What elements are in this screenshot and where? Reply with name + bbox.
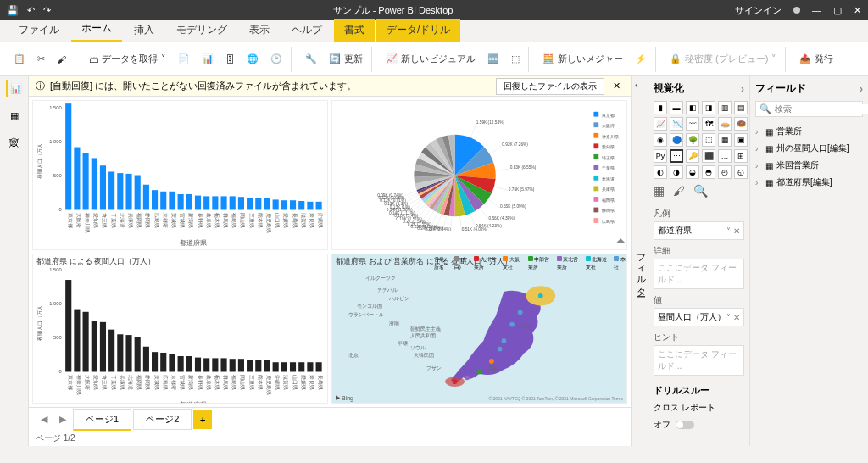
viz-map[interactable]: 都道府県 および 営業所名 による 昼間人口（万人） 営業所名 (空白) 九州営… [331,254,627,404]
tab-insert[interactable]: 挿入 [124,19,164,42]
viz-type-22[interactable]: ⋯ [670,149,683,163]
show-recovered-button[interactable]: 回復したファイルの表示 [496,78,604,95]
viz-type-26[interactable]: ⊞ [734,149,748,163]
redo-icon[interactable]: ↷ [43,5,51,16]
viz-type-17[interactable]: ⬚ [702,133,715,147]
field-table[interactable]: ›▦都道府県[編集] [755,176,863,188]
search-input[interactable] [775,104,868,114]
tab-format[interactable]: 書式 [334,19,375,42]
chevron-right-icon[interactable]: › [741,83,744,95]
sql-icon[interactable]: 🗄 [222,52,238,67]
user-avatar[interactable] [793,7,800,14]
tab-file[interactable]: ファイル [8,19,70,42]
svg-point-218 [502,338,507,343]
viz-type-11[interactable]: 🥧 [718,117,732,131]
undo-icon[interactable]: ↶ [27,5,35,16]
add-page-button[interactable]: + [193,410,212,429]
view-rail: 📊 ▦ 🕸 [0,76,29,446]
minimize-button[interactable]: — [812,5,821,15]
getdata-button[interactable]: 🗃 データを取得 ˅ [86,50,170,68]
field-table[interactable]: ›▦米国営業所 [755,159,863,171]
viz-bar-night[interactable]: 都道府県 による 夜間人口（万人） 05001,0001,500夜間人口（万人）… [32,254,328,404]
sensitivity-button[interactable]: 🔒 秘密度 (プレビュー) ˅ [666,50,780,68]
newvisual-button[interactable]: 📈 新しいビジュアル [382,50,479,68]
field-table[interactable]: ›▦営業所 [755,126,863,137]
filters-pane-collapsed[interactable]: フィルター [631,76,648,446]
viz-type-29[interactable]: ◑ [670,165,683,179]
filters-label: フィルター [637,248,647,292]
model-view-icon[interactable]: 🕸 [6,134,23,151]
tab-help[interactable]: ヘルプ [281,19,332,42]
viz-type-24[interactable]: ⬛ [702,149,715,163]
quick-measure-icon[interactable]: ⚡ [632,51,650,67]
viz-type-9[interactable]: 〰 [686,117,699,131]
viz-type-18[interactable]: ▦ [718,133,732,147]
viz-type-25[interactable]: … [718,149,732,163]
viz-type-4[interactable]: ▥ [718,101,732,114]
textbox-icon[interactable]: 🔤 [484,51,503,67]
fields-search[interactable]: 🔍 [755,101,863,117]
fields-tab-icon[interactable]: ▦ [654,184,665,198]
viz-bar-daytime[interactable]: 05001,0001,500昼間人口（万人）東京都大阪府神奈川県愛知県埼玉県千葉… [32,100,328,250]
dataverse-icon[interactable]: 🌐 [243,51,262,67]
value-label: 値 [654,294,744,306]
viz-type-1[interactable]: ▬ [670,101,683,114]
more-visuals-icon[interactable]: ⬚ [508,51,523,67]
maximize-button[interactable]: ▢ [833,5,842,16]
legend-well[interactable]: 都道府県˅ ✕ [654,221,744,240]
viz-type-7[interactable]: 📈 [654,117,667,131]
copy-icon[interactable]: 🖌 [53,52,70,67]
close-button[interactable]: ✕ [854,5,861,16]
newmeasure-button[interactable]: 🧮 新しいメジャー [539,50,626,68]
data-view-icon[interactable]: ▦ [6,107,23,124]
viz-pie[interactable]: 1.59K (12.53%)0.92K (7.26%)0.83K (6.55%)… [331,100,627,250]
viz-type-16[interactable]: 🌳 [686,133,699,147]
viz-type-30[interactable]: ◒ [686,165,699,179]
paste-button[interactable]: 📋 [10,51,29,67]
cross-report-toggle[interactable]: オフ [654,419,744,431]
value-well[interactable]: 昼間人口（万人）˅ ✕ [654,308,744,326]
refresh-button[interactable]: 🔄 更新 [326,50,366,68]
viz-type-3[interactable]: ◨ [702,101,715,114]
viz-type-23[interactable]: 🔑 [686,149,699,163]
viz-type-14[interactable]: ◉ [654,133,667,147]
tab-home[interactable]: ホーム [71,17,122,42]
pbi-dataset-icon[interactable]: 📊 [198,51,217,67]
field-table[interactable]: ›▦州の昼間人口[編集] [755,142,863,154]
page-prev-icon[interactable]: ◀ [36,412,53,427]
save-icon[interactable]: 💾 [7,5,19,16]
viz-type-15[interactable]: 🔵 [670,133,683,147]
recent-icon[interactable]: 🕑 [267,51,286,67]
viz-type-32[interactable]: ◴ [718,165,732,179]
tab-modeling[interactable]: モデリング [166,19,237,42]
cut-icon[interactable]: ✂ [34,51,48,67]
tab-datadrill[interactable]: データ/ドリル [376,19,460,42]
format-tab-icon[interactable]: 🖌 [673,184,685,198]
hint-well[interactable]: ここにデータ フィールド... [654,345,744,376]
transform-icon[interactable]: 🔧 [302,51,320,67]
viz-type-19[interactable]: ▣ [734,133,748,147]
viz-type-31[interactable]: ◓ [702,165,715,179]
analytics-tab-icon[interactable]: 🔍 [693,184,708,198]
banner-close-icon[interactable]: ✕ [609,81,624,92]
page-tab-2[interactable]: ページ2 [133,409,192,430]
viz-type-8[interactable]: 📉 [670,117,683,131]
signin-link[interactable]: サインイン [735,4,782,17]
viz-type-12[interactable]: 🍩 [734,117,748,131]
page-next-icon[interactable]: ▶ [54,412,71,427]
tab-view[interactable]: 表示 [239,19,280,42]
viz-type-33[interactable]: ◵ [734,165,748,179]
detail-well[interactable]: ここにデータ フィールド... [654,259,744,289]
viz-type-28[interactable]: ◐ [654,165,667,179]
page-tab-1[interactable]: ページ1 [73,409,131,431]
report-view-icon[interactable]: 📊 [6,80,23,97]
publish-button[interactable]: 📤 発行 [796,50,837,68]
svg-text:山口県: 山口県 [292,375,298,390]
viz-type-10[interactable]: 🗺 [702,117,715,131]
viz-type-2[interactable]: ◧ [686,101,699,114]
viz-type-21[interactable]: Py [654,149,667,163]
excel-icon[interactable]: 📄 [175,51,193,67]
chevron-right-icon[interactable]: › [860,83,863,95]
viz-type-5[interactable]: ▤ [734,101,748,114]
viz-type-0[interactable]: ▮ [654,101,667,114]
